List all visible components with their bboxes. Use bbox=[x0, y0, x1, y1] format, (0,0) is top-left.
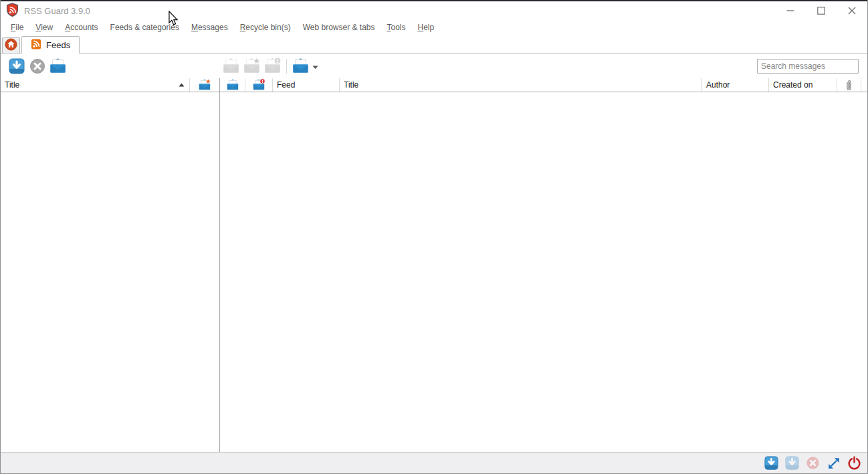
feeds-list-header: Title bbox=[1, 78, 219, 92]
menu-recycle-bin-s[interactable]: Recycle bin(s) bbox=[234, 21, 297, 34]
feeds-panel: Title bbox=[1, 78, 220, 452]
envelope-exclamation-icon bbox=[263, 57, 282, 74]
maximize-button[interactable] bbox=[806, 1, 837, 20]
download-icon bbox=[764, 456, 778, 470]
download-icon bbox=[9, 58, 25, 74]
message-toolbar-group bbox=[221, 56, 318, 76]
read-envelope-icon bbox=[226, 79, 239, 91]
messages-panel: FeedTitleAuthorCreated on bbox=[220, 78, 867, 452]
stop-x-icon bbox=[806, 456, 820, 470]
tab-bar: Feeds bbox=[1, 35, 867, 53]
sort-ascending-icon bbox=[179, 83, 185, 87]
envelope-icon bbox=[222, 57, 240, 74]
mark-important-button[interactable] bbox=[241, 56, 262, 76]
menu-view[interactable]: View bbox=[29, 21, 59, 34]
importance-envelope-icon bbox=[252, 79, 265, 91]
statusbar-stop-update-button[interactable] bbox=[805, 455, 821, 471]
fullscreen-icon bbox=[827, 457, 841, 470]
mark-read-unread-button[interactable] bbox=[221, 56, 241, 76]
messages-column-importance-icon[interactable] bbox=[245, 78, 273, 92]
download-icon bbox=[785, 456, 799, 470]
close-button[interactable] bbox=[837, 1, 867, 20]
rss-icon bbox=[31, 39, 41, 51]
tab-home[interactable] bbox=[2, 37, 20, 53]
menubar: FileViewAccountsFeeds & categoriesMessag… bbox=[1, 20, 867, 35]
messages-column-author[interactable]: Author bbox=[702, 78, 769, 92]
stop-update-button[interactable] bbox=[27, 56, 47, 76]
messages-list-header: FeedTitleAuthorCreated on bbox=[220, 78, 867, 92]
attachment-paperclip-icon bbox=[845, 79, 853, 92]
messages-list[interactable] bbox=[220, 92, 867, 452]
home-icon bbox=[5, 38, 17, 53]
column-label: Author bbox=[706, 80, 730, 90]
mark-selection-read-button[interactable] bbox=[290, 56, 311, 76]
messages-column-attachment-icon[interactable] bbox=[837, 78, 861, 92]
menu-messages[interactable]: Messages bbox=[185, 21, 234, 34]
menu-feeds-categories[interactable]: Feeds & categories bbox=[104, 21, 185, 34]
column-label: Title bbox=[344, 80, 358, 90]
fullscreen-toggle-button[interactable] bbox=[826, 455, 841, 471]
window-title: RSS Guard 3.9.0 bbox=[24, 6, 90, 16]
menu-help[interactable]: Help bbox=[412, 21, 441, 34]
feeds-column-counts[interactable] bbox=[190, 78, 219, 92]
menu-web-browser-tabs[interactable]: Web browser & tabs bbox=[297, 21, 381, 34]
messages-column-created-on[interactable]: Created on bbox=[769, 78, 837, 92]
feed-counts-icon bbox=[198, 79, 211, 91]
tab-feeds[interactable]: Feeds bbox=[21, 36, 80, 53]
update-feeds-button[interactable] bbox=[6, 56, 27, 76]
titlebar[interactable]: RSS Guard 3.9.0 bbox=[1, 1, 867, 20]
menu-file[interactable]: File bbox=[5, 21, 29, 34]
column-label: Feed bbox=[277, 80, 295, 90]
messages-column-read-icon[interactable] bbox=[220, 78, 245, 92]
mark-all-read-button[interactable] bbox=[47, 56, 68, 76]
statusbar-update-feeds-button[interactable] bbox=[764, 455, 779, 471]
tab-feeds-label: Feeds bbox=[46, 40, 70, 50]
app-window: RSS Guard 3.9.0 FileViewAccountsFeeds & … bbox=[0, 0, 868, 474]
feeds-column-title[interactable]: Title bbox=[1, 78, 190, 92]
envelope-star-icon bbox=[243, 57, 261, 74]
main-area: Title FeedTitleAutho bbox=[1, 78, 867, 452]
app-logo-icon bbox=[6, 3, 19, 19]
stop-x-icon bbox=[29, 58, 45, 74]
minimize-button[interactable] bbox=[775, 1, 806, 20]
menu-tools[interactable]: Tools bbox=[381, 21, 412, 34]
column-label: Title bbox=[5, 80, 19, 90]
statusbar-update-all-button[interactable] bbox=[784, 455, 800, 471]
power-icon bbox=[847, 456, 861, 470]
delete-message-button[interactable] bbox=[262, 56, 283, 76]
toolbar bbox=[1, 53, 867, 78]
messages-header-filler bbox=[861, 78, 867, 92]
window-controls bbox=[775, 1, 867, 20]
toolbar-separator bbox=[286, 59, 287, 74]
open-envelope-icon bbox=[292, 57, 310, 74]
feeds-list[interactable] bbox=[1, 92, 219, 452]
statusbar-icons bbox=[764, 455, 862, 471]
open-envelope-icon bbox=[49, 57, 67, 74]
status-bar bbox=[1, 452, 867, 473]
messages-column-title[interactable]: Title bbox=[340, 78, 702, 92]
menu-accounts[interactable]: Accounts bbox=[59, 21, 104, 34]
search-messages-input[interactable] bbox=[757, 59, 859, 74]
quit-button[interactable] bbox=[847, 455, 862, 471]
column-label: Created on bbox=[773, 80, 812, 90]
messages-column-feed[interactable]: Feed bbox=[273, 78, 340, 92]
chevron-down-icon[interactable] bbox=[312, 60, 318, 72]
